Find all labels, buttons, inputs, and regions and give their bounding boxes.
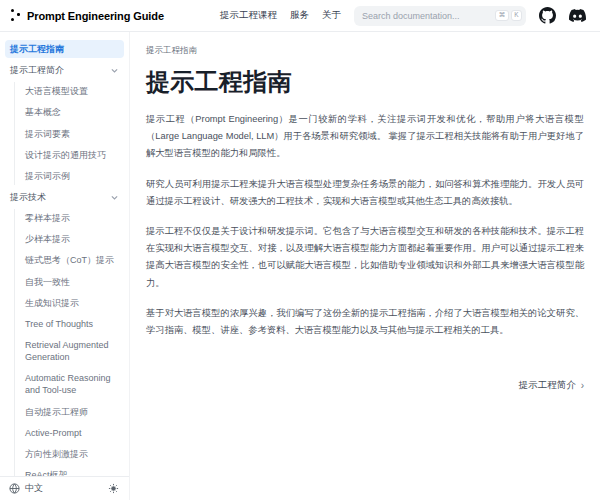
sidebar-item-label: 提示词要素 — [25, 128, 70, 140]
sidebar-item-label: 自我一致性 — [25, 276, 70, 288]
language-selector[interactable]: 中文 — [9, 482, 43, 495]
sidebar-item-label: 基本概念 — [25, 106, 61, 118]
main-content: 提示工程指南 提示工程指南 提示工程（Prompt Engineering）是一… — [130, 32, 600, 500]
sidebar-item-cot[interactable]: 链式思考（CoT）提示 — [19, 251, 124, 269]
github-icon[interactable] — [539, 7, 556, 24]
page-body: 提示工程指南 提示工程简介 大语言模型设置 基本概念 提示词要素 设计提示的通用… — [0, 32, 600, 500]
sidebar-item-art[interactable]: Automatic Reasoning and Tool-use — [19, 369, 124, 399]
sidebar-item-label: 提示工程简介 — [10, 64, 64, 76]
header-nav: 提示工程课程 服务 关于 — [220, 9, 341, 22]
cmd-key-icon: ⌘ — [495, 10, 509, 21]
discord-icon[interactable] — [569, 7, 586, 24]
globe-icon — [9, 483, 20, 494]
paragraph-scope: 提示工程不仅仅是关于设计和研发提示词。它包含了与大语言模型交互和研发的各种技能和… — [146, 223, 584, 292]
paragraph-intro: 提示工程（Prompt Engineering）是一门较新的学科，关注提示词开发… — [146, 111, 584, 163]
next-page-label: 提示工程简介 — [519, 379, 576, 392]
chevron-right-icon: › — [581, 380, 584, 391]
nav-link-about[interactable]: 关于 — [322, 9, 341, 22]
nav-link-course[interactable]: 提示工程课程 — [220, 9, 277, 22]
sidebar-item-dsp[interactable]: 方向性刺激提示 — [19, 445, 124, 463]
sidebar-item-self-consistency[interactable]: 自我一致性 — [19, 273, 124, 291]
top-navbar: Prompt Engineering Guide 提示工程课程 服务 关于 Se… — [0, 0, 600, 32]
sidebar-item-label: 提示技术 — [10, 191, 46, 203]
site-title: Prompt Engineering Guide — [27, 10, 164, 22]
chevron-down-icon — [110, 66, 119, 75]
sidebar-item-active-prompt[interactable]: Active-Prompt — [19, 424, 124, 442]
sidebar-item-label: ReAct框架 — [25, 469, 68, 476]
sidebar-item-react[interactable]: ReAct框架 — [19, 466, 124, 476]
page-title: 提示工程指南 — [146, 66, 584, 98]
sidebar-item-examples[interactable]: 提示词示例 — [19, 167, 124, 185]
sidebar-section-techniques[interactable]: 提示技术 — [5, 188, 124, 206]
sidebar-nav: 提示工程指南 提示工程简介 大语言模型设置 基本概念 提示词要素 设计提示的通用… — [0, 32, 129, 476]
sidebar-item-guide[interactable]: 提示工程指南 — [5, 40, 124, 58]
sidebar-item-knowledge[interactable]: 生成知识提示 — [19, 294, 124, 312]
logo-dots-icon — [10, 8, 21, 23]
sidebar-item-label: 生成知识提示 — [25, 297, 79, 309]
sidebar-item-llm-settings[interactable]: 大语言模型设置 — [19, 82, 124, 100]
sidebar: 提示工程指南 提示工程简介 大语言模型设置 基本概念 提示词要素 设计提示的通用… — [0, 32, 130, 500]
sidebar-item-label: 大语言模型设置 — [25, 85, 88, 97]
sidebar-group-techniques: 零样本提示 少样本提示 链式思考（CoT）提示 自我一致性 生成知识提示 Tre… — [14, 209, 124, 476]
language-label: 中文 — [25, 482, 43, 495]
header-right: 提示工程课程 服务 关于 Search documentation... ⌘ K — [220, 6, 586, 26]
sidebar-item-label: Automatic Reasoning and Tool-use — [25, 372, 119, 396]
sidebar-item-label: 提示工程指南 — [10, 43, 64, 55]
k-key-icon: K — [511, 10, 522, 21]
sidebar-item-label: 提示词示例 — [25, 170, 70, 182]
sidebar-group-intro: 大语言模型设置 基本概念 提示词要素 设计提示的通用技巧 提示词示例 — [14, 82, 124, 185]
search-input[interactable]: Search documentation... ⌘ K — [354, 6, 526, 26]
sidebar-item-label: Tree of Thoughts — [25, 318, 93, 330]
sidebar-item-label: 自动提示工程师 — [25, 406, 88, 418]
sidebar-item-tot[interactable]: Tree of Thoughts — [19, 315, 124, 333]
search-placeholder: Search documentation... — [362, 11, 460, 21]
sidebar-item-label: Active-Prompt — [25, 427, 82, 439]
sidebar-item-label: 方向性刺激提示 — [25, 448, 88, 460]
paragraph-guide: 基于对大语言模型的浓厚兴趣，我们编写了这份全新的提示工程指南，介绍了大语言模型相… — [146, 305, 584, 339]
search-shortcut: ⌘ K — [495, 10, 522, 21]
sidebar-item-zeroshot[interactable]: 零样本提示 — [19, 209, 124, 227]
sidebar-item-label: 链式思考（CoT）提示 — [25, 254, 114, 266]
pager: 提示工程简介 › — [146, 379, 584, 392]
sidebar-item-elements[interactable]: 提示词要素 — [19, 125, 124, 143]
sidebar-footer: 中文 — [0, 476, 129, 500]
sidebar-item-label: Retrieval Augmented Generation — [25, 339, 119, 363]
next-page-link[interactable]: 提示工程简介 › — [519, 379, 584, 392]
sidebar-item-label: 零样本提示 — [25, 212, 70, 224]
sidebar-section-intro[interactable]: 提示工程简介 — [5, 61, 124, 79]
sidebar-item-basics[interactable]: 基本概念 — [19, 103, 124, 121]
sidebar-item-label: 设计提示的通用技巧 — [25, 149, 106, 161]
chevron-down-icon — [110, 193, 119, 202]
nav-link-services[interactable]: 服务 — [290, 9, 309, 22]
sidebar-item-tips[interactable]: 设计提示的通用技巧 — [19, 146, 124, 164]
sidebar-item-label: 少样本提示 — [25, 233, 70, 245]
breadcrumb: 提示工程指南 — [146, 45, 584, 57]
paragraph-researchers: 研究人员可利用提示工程来提升大语言模型处理复杂任务场景的能力，如问答和算术推理能… — [146, 176, 584, 210]
site-logo[interactable]: Prompt Engineering Guide — [10, 8, 164, 23]
sidebar-item-rag[interactable]: Retrieval Augmented Generation — [19, 336, 124, 366]
theme-toggle-sun-icon[interactable] — [108, 483, 119, 494]
sidebar-item-ape[interactable]: 自动提示工程师 — [19, 403, 124, 421]
sidebar-item-fewshot[interactable]: 少样本提示 — [19, 230, 124, 248]
